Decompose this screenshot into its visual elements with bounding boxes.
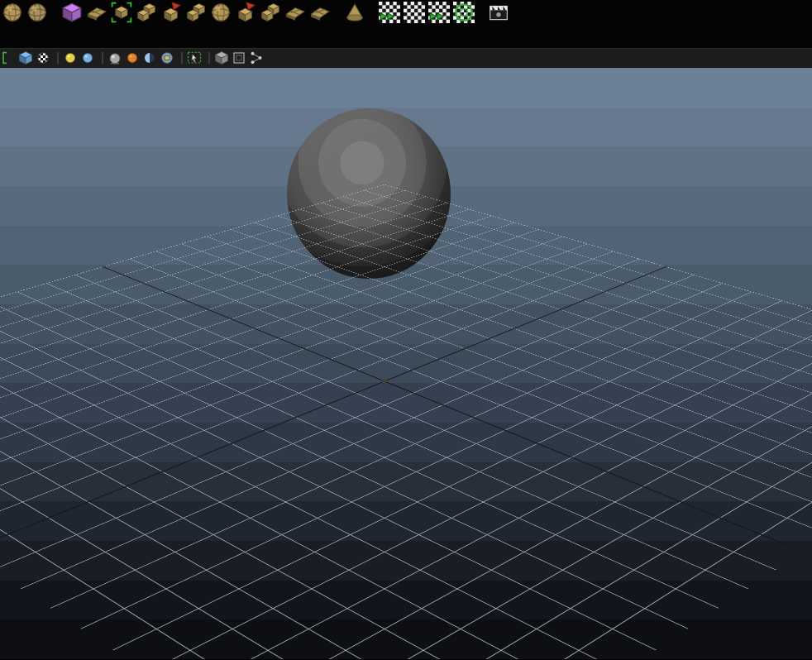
- panel-focus-icon-glyph: [1, 50, 16, 65]
- render-settings-icon-glyph: [453, 2, 475, 23]
- lighting-toggle-icon-glyph: [142, 50, 157, 65]
- connections-icon[interactable]: [249, 50, 264, 65]
- smooth-shade-mode-icon[interactable]: [80, 50, 95, 65]
- extract-cube-icon-glyph: [160, 2, 182, 23]
- isolate-select-cube-icon-glyph: [214, 50, 229, 65]
- poly-cube-icon-glyph: [61, 2, 83, 23]
- smooth-shade-mode-icon-glyph: [80, 50, 95, 65]
- boolean-cubes-icon[interactable]: [185, 2, 207, 23]
- poly-cube-icon[interactable]: [61, 2, 83, 23]
- smooth-sphere-icon[interactable]: [210, 2, 232, 23]
- mirror-cube-icon-glyph: [235, 2, 256, 23]
- bridge-cubes-icon[interactable]: [260, 2, 281, 23]
- toolbar-gap: [369, 2, 379, 23]
- frame-selection-icon[interactable]: [232, 50, 246, 65]
- playblast-icon[interactable]: [488, 2, 509, 23]
- wireframe-mode-icon-glyph: [63, 50, 78, 65]
- shaded-cube-icon[interactable]: [18, 50, 33, 65]
- ipr-render-icon-glyph: [404, 2, 425, 23]
- redo-render-icon[interactable]: [428, 2, 450, 23]
- textured-mode-icon[interactable]: [125, 50, 140, 65]
- ipr-render-icon[interactable]: [404, 2, 425, 23]
- connections-icon-glyph: [249, 50, 264, 65]
- quad-plane-icon-glyph: [309, 2, 331, 23]
- toolbar-gap: [51, 2, 61, 23]
- duplicate-cubes-icon-glyph: [136, 2, 157, 23]
- texture-placement-icon[interactable]: [160, 50, 174, 65]
- smooth-sphere-icon-glyph: [210, 2, 232, 23]
- marquee-cube-icon-glyph: [111, 2, 132, 23]
- toolbar-gap: [478, 2, 488, 23]
- quad-plane-icon[interactable]: [309, 2, 331, 23]
- subdiv-plane-icon-glyph: [284, 2, 306, 23]
- extract-cube-icon[interactable]: [160, 2, 182, 23]
- duplicate-cubes-icon[interactable]: [136, 2, 157, 23]
- playblast-icon-glyph: [488, 2, 509, 23]
- x-axis-line: [103, 266, 804, 552]
- panel-focus-icon[interactable]: [1, 50, 16, 65]
- shelf-toolbar: [0, 0, 812, 48]
- isolate-select-cube-icon[interactable]: [214, 50, 229, 65]
- soft-select-cone-icon-glyph: [344, 2, 365, 23]
- select-highlight-icon-glyph: [187, 50, 202, 65]
- mirror-cube-icon[interactable]: [235, 2, 256, 23]
- poly-sphere-icon-glyph: [2, 2, 23, 23]
- toolbar-gap: [334, 2, 344, 23]
- perspective-viewport[interactable]: [0, 68, 812, 659]
- textured-mode-icon-glyph: [125, 50, 140, 65]
- marquee-cube-icon[interactable]: [111, 2, 132, 23]
- separator: [181, 52, 183, 64]
- poly-sphere-smooth-icon-glyph: [26, 2, 48, 23]
- poly-plane-icon[interactable]: [86, 2, 107, 23]
- origin-marker: [381, 380, 388, 382]
- frame-selection-icon-glyph: [232, 50, 246, 65]
- z-axis-line: [0, 266, 666, 552]
- texture-placement-icon-glyph: [160, 50, 174, 65]
- separator: [102, 52, 103, 64]
- render-frame-icon-glyph: [379, 2, 400, 23]
- poly-sphere-smooth-icon[interactable]: [26, 2, 48, 23]
- render-settings-icon[interactable]: [453, 2, 475, 23]
- use-default-material-icon-glyph: [107, 50, 122, 65]
- panel-toolbar: [0, 48, 812, 68]
- checker-sphere-icon-glyph: [36, 50, 50, 65]
- lighting-toggle-icon[interactable]: [142, 50, 157, 65]
- render-frame-icon[interactable]: [379, 2, 400, 23]
- poly-plane-icon-glyph: [86, 2, 107, 23]
- boolean-cubes-icon-glyph: [185, 2, 207, 23]
- bridge-cubes-icon-glyph: [260, 2, 281, 23]
- sphere-object[interactable]: [287, 108, 451, 279]
- wireframe-mode-icon[interactable]: [63, 50, 78, 65]
- separator: [208, 52, 210, 64]
- checker-sphere-icon[interactable]: [36, 50, 50, 65]
- shaded-cube-icon-glyph: [18, 50, 33, 65]
- soft-select-cone-icon[interactable]: [344, 2, 365, 23]
- redo-render-icon-glyph: [428, 2, 450, 23]
- use-default-material-icon[interactable]: [107, 50, 122, 65]
- separator: [57, 52, 59, 64]
- subdiv-plane-icon[interactable]: [284, 2, 306, 23]
- select-highlight-icon[interactable]: [187, 50, 202, 65]
- maya-application-window: [0, 0, 812, 660]
- poly-sphere-icon[interactable]: [2, 2, 23, 23]
